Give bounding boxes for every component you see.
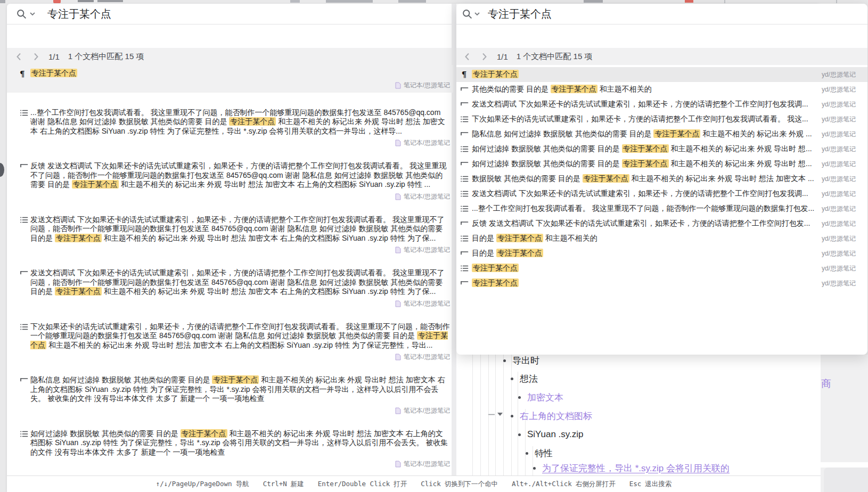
search-result-row[interactable]: 发送文档调试 下次如果还卡的话先试试重建索引，如果还卡，方便的话请把整个工作空间…	[456, 186, 867, 201]
result-doc-path: yd/思源笔记	[822, 175, 856, 184]
search-icon[interactable]	[462, 9, 473, 20]
list-icon	[460, 190, 469, 199]
preview-list-item[interactable]: 导出时	[503, 354, 539, 367]
result-text: 专注于某个点	[472, 278, 814, 288]
search-result-row[interactable]: 专注于某个点yd/思源笔记	[456, 261, 867, 276]
document-icon	[395, 354, 401, 360]
shortcut-hint: Click切换到下一个命中	[421, 480, 498, 489]
search-mode-chevron-icon[interactable]	[29, 11, 36, 17]
list-item-icon	[460, 160, 469, 169]
search-result-block[interactable]: 反馈 发送文档调试 下次如果还卡的话先试试重建索引，如果还卡，方便的话请把整个工…	[7, 158, 453, 204]
next-match-button[interactable]	[31, 52, 40, 61]
result-text: 发送文档调试 下次如果还卡的话先试试重建索引，如果还卡，方便的话请把整个工作空间…	[30, 268, 450, 297]
list-item-icon	[460, 100, 469, 109]
left-result-count-bar: 1/1 1 个文档中匹配 15 项	[7, 48, 453, 65]
preview-item-text: 导出时	[512, 355, 539, 367]
search-result-block[interactable]: 发送文档调试 下次如果还卡的话先试试重建索引，如果还卡，方便的话请把整个工作空间…	[7, 211, 453, 258]
list-item-icon	[460, 130, 469, 139]
search-hit-highlight: 专注于某个点	[55, 287, 102, 296]
result-text: 其他类似的需要 目的是 专注于某个点 和主题不相关的	[472, 85, 814, 94]
prev-match-button[interactable]	[14, 52, 23, 61]
list-bullet-icon	[511, 415, 513, 417]
search-result-row[interactable]: 发送文档调试 下次如果还卡的话先试试重建索引，如果还卡，方便的话请把整个工作空间…	[456, 97, 867, 112]
shortcut-action: 切换到下一个命中	[445, 480, 498, 489]
search-result-block[interactable]: 发送文档调试 下次如果还卡的话先试试重建索引，如果还卡，方便的话请把整个工作空间…	[7, 265, 453, 311]
search-result-row[interactable]: 数据脱敏 其他类似的需要 目的是 专注于某个点 和主题不相关的 标记出来 外观 …	[456, 171, 867, 186]
search-hit-highlight: 专注于某个点	[472, 70, 519, 78]
collapse-arrow-icon	[497, 412, 503, 416]
list-icon	[460, 175, 469, 184]
list-bullet-icon	[503, 359, 506, 362]
document-icon	[395, 247, 401, 253]
list-icon	[460, 204, 469, 214]
search-icon[interactable]	[16, 9, 27, 20]
shortcut-hint: Enter/Double Click打开	[318, 480, 407, 489]
preview-item-text: 加密文本	[527, 391, 563, 404]
list-bullet-icon	[533, 467, 536, 470]
result-doc-path: 笔记本/思源笔记	[30, 407, 450, 415]
dialog-search-input[interactable]: 专注于某个点	[488, 7, 552, 21]
list-item-icon	[460, 85, 469, 94]
search-result-block[interactable]: ...整个工作空间打包发我调试看看。 我这里重现不了问题，能否制作一个能够重现问…	[7, 104, 453, 151]
result-text: 隐私信息 如何过滤掉 数据脱敏 其他类似的需要 目的是 专注于某个点 和主题不相…	[472, 129, 814, 139]
result-doc-path: yd/思源笔记	[822, 204, 856, 214]
dialog-search-input-row: 专注于某个点	[456, 4, 867, 24]
search-result-row[interactable]: 目的是 专注于某个点 和主题不相关的yd/思源笔记	[456, 231, 867, 246]
preview-list-item[interactable]: 想法	[511, 372, 538, 386]
search-result-block[interactable]: 如何过滤掉 数据脱敏 其他类似的需要 目的是 专注于某个点 和主题不相关的 标记…	[7, 425, 453, 472]
search-result-row[interactable]: 专注于某个点yd/思源笔记	[456, 276, 867, 291]
search-result-row[interactable]: 隐私信息 如何过滤掉 数据脱敏 其他类似的需要 目的是 专注于某个点 和主题不相…	[456, 127, 867, 142]
result-doc-path: 笔记本/思源笔记	[30, 81, 450, 89]
result-doc-path: 笔记本/思源笔记	[30, 246, 450, 254]
list-icon	[20, 216, 29, 225]
preview-list-item[interactable]: 右上角的文档图标	[511, 409, 592, 423]
background-fragment	[0, 0, 5, 3]
shortcut-keys: ↑/↓/PageUp/PageDown	[156, 480, 232, 489]
list-indent-guide	[472, 355, 473, 475]
preview-list-item[interactable]: 加密文本	[518, 390, 563, 404]
prev-match-button[interactable]	[463, 52, 471, 61]
search-result-row[interactable]: ...整个工作空间打包发我调试看看。 我这里重现不了问题，能否制作一个能够重现问…	[456, 201, 867, 216]
search-result-row[interactable]: 反馈 发送文档调试 下次如果还卡的话先试试重建索引，如果还卡，方便的话请把整个工…	[456, 216, 867, 231]
preview-list-item[interactable]: 特性	[526, 446, 553, 460]
next-match-button[interactable]	[480, 52, 488, 61]
result-doc-path: yd/思源笔记	[822, 115, 856, 124]
search-result-row[interactable]: 目的是 专注于某个点yd/思源笔记	[456, 246, 867, 261]
document-icon	[395, 82, 401, 89]
result-text: 发送文档调试 下次如果还卡的话先试试重建索引，如果还卡，方便的话请把整个工作空间…	[30, 215, 450, 243]
search-result-row[interactable]: ¶专注于某个点yd/思源笔记	[456, 67, 867, 82]
result-doc-path: yd/思源笔记	[822, 219, 856, 228]
background-fragment	[836, 0, 837, 3]
search-result-row[interactable]: 下次如果还卡的话先试试重建索引，如果还卡，方便的话请把整个工作空间打包发我调试看…	[456, 112, 867, 127]
result-doc-path: yd/思源笔记	[822, 130, 856, 139]
search-mode-chevron-icon[interactable]	[474, 11, 480, 17]
search-result-block[interactable]: 隐私信息 如何过滤掉 数据脱敏 其他类似的需要 目的是 专注于某个点 和主题不相…	[7, 372, 453, 418]
result-doc-path: yd/思源笔记	[822, 264, 856, 273]
preview-list-item[interactable]: 为了保证完整性，导出 *.sy.zip 会将引用关联的	[533, 461, 730, 475]
preview-item-text: 想法	[520, 373, 538, 385]
search-result-block[interactable]: ¶专注于某个点笔记本/思源笔记	[7, 65, 453, 93]
result-text: 发送文档调试 下次如果还卡的话先试试重建索引，如果还卡，方便的话请把整个工作空间…	[472, 100, 814, 109]
search-result-row[interactable]: 如何过滤掉 数据脱敏 其他类似的需要 目的是 专注于某个点 和主题不相关的 标记…	[456, 142, 867, 157]
search-result-block[interactable]: 下次如果还卡的话先试试重建索引，如果还卡，方便的话请把整个工作空间打包发我调试看…	[7, 318, 453, 365]
dialog-result-list: ¶专注于某个点yd/思源笔记其他类似的需要 目的是 专注于某个点 和主题不相关的…	[456, 67, 867, 291]
left-search-input[interactable]: 专注于某个点	[47, 7, 111, 21]
document-icon	[395, 140, 401, 146]
search-hit-highlight: 专注于某个点	[622, 144, 669, 153]
paragraph-icon: ¶	[460, 70, 469, 79]
search-hit-highlight: 专注于某个点	[30, 331, 448, 349]
match-summary: 1 个文档中匹配 15 项	[517, 52, 593, 62]
list-icon	[20, 430, 29, 439]
result-doc-path: 笔记本/思源笔记	[30, 300, 450, 308]
search-result-row[interactable]: 其他类似的需要 目的是 专注于某个点 和主题不相关的yd/思源笔记	[456, 82, 867, 97]
result-doc-path: yd/思源笔记	[822, 70, 856, 79]
result-text: 反馈 发送文档调试 下次如果还卡的话先试试重建索引，如果还卡，方便的话请把整个工…	[472, 219, 814, 228]
shortcut-action: 退出搜索	[645, 480, 672, 489]
result-doc-path: yd/思源笔记	[822, 234, 856, 243]
search-result-row[interactable]: 如何过滤掉 数据脱敏 其他类似的需要 目的是 专注于某个点 和主题不相关的 标记…	[456, 157, 867, 171]
shortcut-keys: Click	[421, 480, 441, 489]
collapse-toggle[interactable]	[488, 412, 503, 416]
preview-item-text: SiYuan .sy.zip	[527, 429, 584, 440]
result-text: ...整个工作空间打包发我调试看看。 我这里重现不了问题，能否制作一个能够重现问…	[30, 108, 450, 136]
preview-list-item[interactable]: SiYuan .sy.zip	[518, 428, 584, 441]
